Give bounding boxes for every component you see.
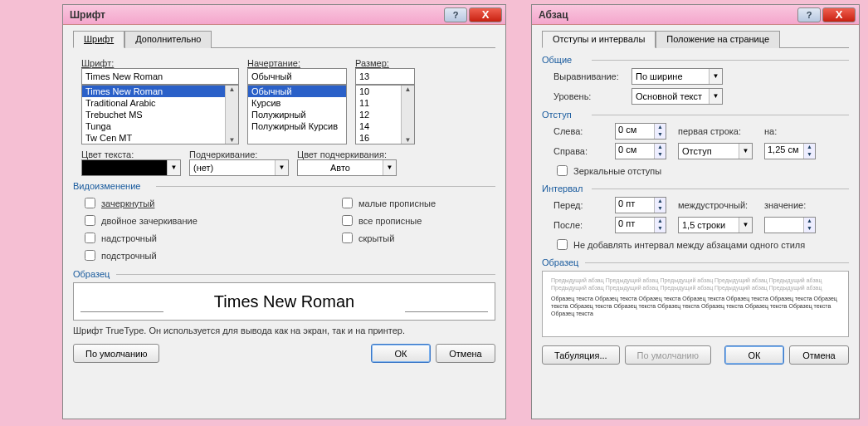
by-label: на: — [764, 126, 822, 136]
font-listbox[interactable]: Times New Roman Traditional Arabic Trebu… — [81, 85, 239, 144]
cancel-button[interactable]: Отмена — [436, 344, 495, 363]
list-item[interactable]: Traditional Arabic — [82, 97, 238, 109]
chevron-down-icon: ▼ — [739, 218, 752, 233]
sample-group: Образец — [542, 257, 849, 267]
effects-group-label: Видоизменение — [73, 181, 495, 191]
ok-button[interactable]: ОК — [724, 345, 784, 365]
sample-group-label: Образец — [73, 269, 495, 279]
list-item[interactable]: Trebuchet MS — [82, 109, 238, 120]
underline-label: Подчеркивание: — [189, 149, 289, 159]
checkbox-strike[interactable]: зачеркнутый — [81, 195, 330, 211]
underline-color-dropdown[interactable]: Авто▼ — [297, 159, 397, 176]
tab-bar: Отступы и интервалы Положение на страниц… — [542, 30, 849, 48]
sample-preview: Times New Roman — [73, 282, 495, 321]
value-label: значение: — [764, 200, 822, 210]
firstline-label: первая строка: — [678, 126, 758, 136]
titlebar[interactable]: Абзац ? X — [532, 5, 859, 25]
underline-color-label: Цвет подчеркивания: — [297, 149, 397, 159]
checkbox-noadd[interactable]: Не добавлять интервал между абзацами одн… — [542, 237, 849, 252]
tab-advanced[interactable]: Дополнительно — [124, 31, 212, 48]
checkbox-hidden[interactable]: скрытый — [339, 230, 436, 246]
scrollbar[interactable] — [401, 86, 414, 144]
align-label: Выравнивание: — [553, 71, 625, 81]
checkbox-dstrike[interactable]: двойное зачеркивание — [81, 213, 330, 228]
line-dropdown[interactable]: 1,5 строки▼ — [678, 217, 753, 233]
left-label: Слева: — [553, 126, 608, 136]
level-dropdown[interactable]: Основной текст▼ — [631, 88, 723, 105]
level-label: Уровень: — [553, 91, 625, 101]
list-item[interactable]: Обычный — [248, 86, 346, 97]
right-label: Справа: — [553, 146, 608, 156]
chevron-down-icon: ▼ — [167, 160, 180, 175]
size-input[interactable] — [355, 68, 415, 85]
after-label: После: — [553, 220, 608, 230]
line-label: междустрочный: — [678, 200, 758, 210]
firstline-dropdown[interactable]: Отступ▼ — [678, 143, 753, 159]
paragraph-dialog: Абзац ? X Отступы и интервалы Положение … — [531, 4, 860, 419]
spacing-group: Интервал — [542, 184, 849, 193]
cancel-button[interactable]: Отмена — [789, 345, 849, 365]
before-spinner[interactable]: 0 пт▲▼ — [615, 197, 666, 213]
text-color-dropdown[interactable]: ▼ — [81, 159, 181, 176]
text-color-label: Цвет текста: — [81, 149, 181, 159]
dialog-title: Абзац — [539, 9, 796, 21]
dialog-title: Шрифт — [70, 9, 442, 21]
close-button[interactable]: X — [822, 7, 856, 22]
right-spinner[interactable]: 0 см▲▼ — [615, 143, 666, 159]
chevron-down-icon: ▼ — [709, 69, 722, 84]
list-item[interactable]: Курсив — [248, 97, 346, 109]
general-group: Общие — [542, 55, 849, 65]
font-label: Шрифт: — [81, 58, 239, 68]
by-spinner[interactable]: 1,25 см▲▼ — [764, 143, 816, 159]
list-item[interactable]: Tw Cen MT — [82, 132, 238, 144]
align-dropdown[interactable]: По ширине▼ — [631, 68, 723, 85]
size-label: Размер: — [355, 58, 415, 68]
help-button[interactable]: ? — [444, 7, 467, 22]
before-label: Перед: — [553, 200, 608, 210]
default-button[interactable]: По умолчанию — [73, 344, 159, 363]
tabs-button[interactable]: Табуляция... — [542, 345, 620, 365]
indent-group: Отступ — [542, 110, 849, 120]
size-listbox[interactable]: 10 11 12 14 16 — [355, 85, 415, 144]
font-dialog: Шрифт ? X Шрифт Дополнительно Шрифт: Tim… — [62, 4, 506, 419]
linevalue-spinner[interactable]: ▲▼ — [764, 217, 816, 233]
checkbox-allcaps[interactable]: все прописные — [339, 213, 436, 228]
checkbox-mirror[interactable]: Зеркальные отступы — [542, 163, 849, 179]
left-spinner[interactable]: 0 см▲▼ — [615, 123, 666, 140]
after-spinner[interactable]: 0 пт▲▼ — [615, 217, 666, 233]
scrollbar[interactable] — [225, 86, 238, 144]
list-item[interactable]: Times New Roman — [82, 86, 238, 97]
paragraph-preview: Предыдущий абзац Предыдущий абзац Предыд… — [542, 271, 849, 337]
checkbox-smallcaps[interactable]: малые прописные — [339, 195, 436, 211]
list-item[interactable]: Полужирный Курсив — [248, 120, 346, 132]
tab-indents[interactable]: Отступы и интервалы — [542, 31, 656, 48]
chevron-down-icon: ▼ — [383, 160, 396, 175]
tab-bar: Шрифт Дополнительно — [73, 30, 495, 48]
style-label: Начертание: — [247, 58, 347, 68]
tab-position[interactable]: Положение на странице — [656, 31, 780, 48]
help-button[interactable]: ? — [797, 7, 821, 22]
default-button[interactable]: По умолчанию — [625, 345, 711, 365]
list-item[interactable]: Полужирный — [248, 109, 346, 120]
checkbox-sub[interactable]: подстрочный — [81, 247, 330, 263]
chevron-down-icon: ▼ — [739, 144, 752, 159]
style-listbox[interactable]: Обычный Курсив Полужирный Полужирный Кур… — [247, 85, 347, 144]
font-hint: Шрифт TrueType. Он используется для выво… — [73, 326, 495, 335]
close-button[interactable]: X — [469, 7, 502, 22]
chevron-down-icon: ▼ — [709, 89, 722, 104]
tab-font[interactable]: Шрифт — [73, 31, 124, 48]
titlebar[interactable]: Шрифт ? X — [63, 5, 505, 25]
style-input[interactable] — [247, 68, 347, 85]
ok-button[interactable]: ОК — [371, 344, 431, 363]
underline-dropdown[interactable]: (нет)▼ — [189, 159, 289, 176]
font-input[interactable] — [81, 68, 239, 85]
checkbox-super[interactable]: надстрочный — [81, 230, 330, 246]
list-item[interactable]: Tunga — [82, 120, 238, 132]
chevron-down-icon: ▼ — [275, 160, 288, 175]
